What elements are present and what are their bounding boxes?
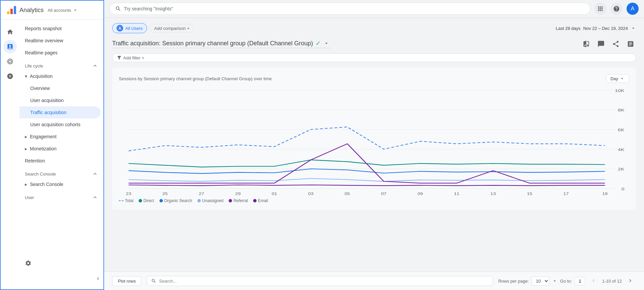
sidebar-item-user-acquisition-cohorts[interactable]: User acquisition cohorts [19, 118, 101, 131]
title-chevron-icon[interactable] [323, 40, 329, 46]
legend-unassigned-icon [197, 199, 201, 202]
filter-icon [117, 55, 122, 60]
sidebar-collapse-button[interactable] [93, 273, 103, 284]
rows-per-page-select[interactable]: 10 25 50 [532, 277, 549, 286]
legend-referral-icon [229, 199, 232, 202]
section-user[interactable]: User [19, 190, 103, 202]
app-title: Analytics [19, 7, 44, 14]
sidebar-item-retention[interactable]: Retention [19, 155, 101, 167]
all-accounts-dropdown[interactable]: All accounts [48, 7, 78, 13]
line-chart: 10K 8K 6K 4K 2K 0 [119, 88, 629, 196]
sidebar-item-realtime-overview[interactable]: Realtime overview [19, 35, 101, 47]
date-range-selector[interactable]: Last 28 days Nov 22 – Dec 19, 2024 [556, 26, 636, 31]
sidebar-item-realtime-pages[interactable]: Realtime pages [19, 47, 101, 59]
svg-text:05: 05 [344, 192, 350, 196]
report-title: Traffic acquisition: Session primary cha… [112, 40, 329, 48]
sidebar-item-monetization[interactable]: ▸ Monetization [19, 143, 101, 155]
chart-area: 10K 8K 6K 4K 2K 0 [119, 88, 629, 196]
svg-text:2K: 2K [618, 167, 625, 171]
sidebar-item-overview[interactable]: Overview [19, 82, 101, 94]
sidebar-item-user-acquisition[interactable]: User acquisition [19, 94, 101, 106]
nav-explore[interactable] [3, 55, 17, 68]
search-placeholder: Try searching "Insights" [124, 6, 173, 11]
all-users-chip[interactable]: A All Users [112, 23, 147, 33]
sidebar-item-acquisition[interactable]: ▾ Acquisition [19, 70, 101, 82]
sidebar-item-acquisition-label: Acquisition [30, 74, 53, 79]
table-search-icon [151, 278, 156, 284]
sidebar-item-realtime-pages-label: Realtime pages [25, 50, 57, 55]
svg-text:15: 15 [527, 192, 532, 196]
day-selector[interactable]: Day [606, 74, 629, 83]
user-avatar[interactable]: A [627, 3, 639, 15]
filter-bar: A All Users Add comparison + Last 28 day… [112, 23, 636, 33]
table-search[interactable] [147, 276, 493, 286]
go-to-input[interactable] [574, 277, 585, 285]
expand-icon-engagement: ▸ [25, 134, 27, 139]
chart-header: Sessions by Session primary channel grou… [119, 74, 629, 83]
expand-icon-acquisition: ▾ [25, 74, 27, 79]
nav-advertising[interactable] [3, 69, 17, 83]
user-badge: A [117, 25, 123, 32]
annotate-icon-button[interactable] [596, 39, 606, 49]
add-filter-label: Add filter [123, 55, 140, 60]
add-filter-plus: + [142, 55, 144, 60]
date-range-value: Nov 22 – Dec 19, 2024 [583, 26, 628, 31]
legend-organic-search-label: Organic Search [164, 198, 192, 203]
all-users-label: All Users [125, 26, 143, 31]
add-comparison-button[interactable]: Add comparison + [150, 24, 194, 33]
table-search-input[interactable] [159, 279, 489, 284]
rows-per-page-label: Rows per page: [498, 279, 529, 284]
svg-text:Nov: Nov [124, 195, 133, 196]
sidebar-item-overview-label: Overview [30, 86, 50, 91]
nav-home[interactable] [3, 25, 17, 39]
sidebar-item-engagement[interactable]: ▸ Engagement [19, 131, 101, 143]
filter-left: A All Users Add comparison + [112, 23, 194, 33]
content-area: A All Users Add comparison + Last 28 day… [104, 18, 644, 272]
add-icon: + [187, 26, 190, 31]
nav-reports[interactable] [3, 40, 17, 53]
plot-rows-button[interactable]: Plot rows [112, 276, 141, 286]
pagination-next-button[interactable] [625, 276, 636, 286]
day-chevron-icon [619, 76, 625, 81]
left-nav [1, 22, 19, 86]
section-lifecycle[interactable]: Life cycle [19, 59, 103, 70]
legend-email-icon [253, 199, 257, 202]
section-lifecycle-label: Life cycle [25, 63, 43, 68]
report-action-icons [581, 39, 636, 49]
svg-text:10K: 10K [615, 88, 625, 93]
section-search-console[interactable]: Search Console [19, 167, 103, 178]
add-filter-button[interactable]: Add filter + [112, 53, 636, 62]
legend-unassigned-label: Unassigned [202, 198, 223, 203]
search-bar[interactable]: Try searching "Insights" [109, 3, 590, 15]
sidebar-item-monetization-label: Monetization [30, 146, 56, 151]
sidebar-item-realtime-overview-label: Realtime overview [25, 38, 63, 43]
share-icon-button[interactable] [610, 39, 621, 49]
svg-text:11: 11 [454, 192, 459, 196]
expand-icon-monetization: ▸ [25, 146, 27, 151]
compare-icon-button[interactable] [581, 39, 592, 49]
chart-title: Sessions by Session primary channel grou… [119, 76, 272, 81]
pagination-prev-button[interactable] [588, 276, 599, 286]
sidebar-item-traffic-acquisition-label: Traffic acquisition [30, 110, 66, 115]
rows-chevron-icon [552, 278, 557, 284]
add-comparison-label: Add comparison [154, 26, 186, 31]
svg-text:Dec: Dec [270, 195, 279, 196]
top-icons: A [594, 3, 639, 15]
svg-text:6K: 6K [618, 128, 625, 132]
insights-icon-button[interactable] [625, 39, 636, 49]
legend-direct: Direct [139, 198, 154, 203]
day-selector-label: Day [610, 76, 618, 81]
section-user-label: User [25, 195, 34, 200]
help-button[interactable] [610, 3, 623, 15]
pagination-range: 1-10 of 12 [602, 279, 622, 284]
sidebar-item-reports-snapshot[interactable]: Reports snapshot [19, 22, 101, 35]
settings-button[interactable] [19, 257, 37, 269]
expand-icon-search-console: ▸ [25, 182, 27, 187]
legend-referral: Referral [229, 198, 248, 203]
sidebar-item-user-acquisition-label: User acquisition [30, 98, 64, 103]
sidebar-item-search-console[interactable]: ▸ Search Console [19, 178, 101, 190]
apps-button[interactable] [594, 3, 606, 15]
chart-legend: Total Direct Organic Search Unassigned R… [119, 198, 629, 203]
sidebar-item-traffic-acquisition[interactable]: Traffic acquisition [19, 106, 101, 118]
svg-text:25: 25 [162, 192, 168, 196]
